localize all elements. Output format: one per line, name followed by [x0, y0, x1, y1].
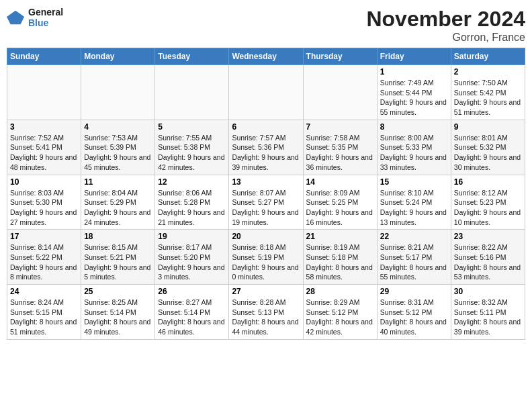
calendar-week-5: 24Sunrise: 8:24 AM Sunset: 5:15 PM Dayli…: [7, 285, 525, 340]
calendar-body: 1Sunrise: 7:49 AM Sunset: 5:44 PM Daylig…: [7, 65, 525, 340]
calendar-cell: 17Sunrise: 8:14 AM Sunset: 5:22 PM Dayli…: [7, 230, 81, 285]
day-number: 18: [84, 232, 152, 241]
day-number: 3: [10, 122, 78, 132]
calendar-week-2: 3Sunrise: 7:52 AM Sunset: 5:41 PM Daylig…: [7, 120, 525, 175]
calendar-cell: 28Sunrise: 8:29 AM Sunset: 5:12 PM Dayli…: [303, 285, 377, 340]
calendar-cell: 16Sunrise: 8:12 AM Sunset: 5:23 PM Dayli…: [451, 175, 525, 230]
calendar-cell: 4Sunrise: 7:53 AM Sunset: 5:39 PM Daylig…: [81, 120, 155, 175]
day-info: Sunrise: 8:14 AM Sunset: 5:22 PM Dayligh…: [10, 242, 78, 282]
day-number: 16: [454, 177, 522, 187]
calendar-cell: 15Sunrise: 8:10 AM Sunset: 5:24 PM Dayli…: [377, 175, 451, 230]
column-header-friday: Friday: [377, 48, 451, 65]
day-number: 30: [454, 287, 522, 296]
day-number: 5: [158, 122, 226, 132]
calendar-cell: 23Sunrise: 8:22 AM Sunset: 5:16 PM Dayli…: [451, 230, 525, 285]
calendar-cell: 5Sunrise: 7:55 AM Sunset: 5:38 PM Daylig…: [155, 120, 229, 175]
month-title: November 2024: [366, 7, 525, 32]
day-number: 6: [232, 122, 300, 132]
column-header-tuesday: Tuesday: [155, 48, 229, 65]
calendar-cell: 19Sunrise: 8:17 AM Sunset: 5:20 PM Dayli…: [155, 230, 229, 285]
day-info: Sunrise: 8:17 AM Sunset: 5:20 PM Dayligh…: [158, 242, 226, 282]
day-info: Sunrise: 8:31 AM Sunset: 5:12 PM Dayligh…: [380, 298, 448, 337]
day-number: 14: [306, 177, 374, 187]
day-info: Sunrise: 8:06 AM Sunset: 5:28 PM Dayligh…: [158, 188, 226, 228]
day-info: Sunrise: 8:04 AM Sunset: 5:29 PM Dayligh…: [84, 188, 152, 228]
column-header-sunday: Sunday: [7, 48, 81, 65]
day-info: Sunrise: 8:01 AM Sunset: 5:32 PM Dayligh…: [454, 133, 522, 173]
calendar-week-3: 10Sunrise: 8:03 AM Sunset: 5:30 PM Dayli…: [7, 175, 525, 230]
day-info: Sunrise: 7:53 AM Sunset: 5:39 PM Dayligh…: [84, 133, 152, 173]
calendar-cell: [81, 65, 155, 120]
day-info: Sunrise: 8:24 AM Sunset: 5:15 PM Dayligh…: [10, 298, 78, 337]
day-info: Sunrise: 8:32 AM Sunset: 5:11 PM Dayligh…: [454, 298, 522, 337]
day-number: 11: [84, 177, 152, 187]
calendar-cell: [229, 65, 303, 120]
day-number: 27: [232, 287, 300, 296]
day-number: 12: [158, 177, 226, 187]
calendar-cell: 2Sunrise: 7:50 AM Sunset: 5:42 PM Daylig…: [451, 65, 525, 120]
day-info: Sunrise: 8:29 AM Sunset: 5:12 PM Dayligh…: [306, 298, 374, 337]
day-info: Sunrise: 7:50 AM Sunset: 5:42 PM Dayligh…: [454, 78, 522, 118]
calendar-cell: 8Sunrise: 8:00 AM Sunset: 5:33 PM Daylig…: [377, 120, 451, 175]
day-info: Sunrise: 7:55 AM Sunset: 5:38 PM Dayligh…: [158, 133, 226, 173]
day-number: 9: [454, 122, 522, 132]
day-info: Sunrise: 8:27 AM Sunset: 5:14 PM Dayligh…: [158, 298, 226, 337]
day-info: Sunrise: 8:03 AM Sunset: 5:30 PM Dayligh…: [10, 188, 78, 228]
day-number: 21: [306, 232, 374, 241]
calendar-cell: 9Sunrise: 8:01 AM Sunset: 5:32 PM Daylig…: [451, 120, 525, 175]
calendar-cell: 30Sunrise: 8:32 AM Sunset: 5:11 PM Dayli…: [451, 285, 525, 340]
calendar-cell: 24Sunrise: 8:24 AM Sunset: 5:15 PM Dayli…: [7, 285, 81, 340]
calendar-table: SundayMondayTuesdayWednesdayThursdayFrid…: [7, 48, 525, 340]
calendar-cell: [155, 65, 229, 120]
column-header-wednesday: Wednesday: [229, 48, 303, 65]
day-info: Sunrise: 8:21 AM Sunset: 5:17 PM Dayligh…: [380, 242, 448, 282]
day-number: 26: [158, 287, 226, 296]
column-header-saturday: Saturday: [451, 48, 525, 65]
day-info: Sunrise: 8:09 AM Sunset: 5:25 PM Dayligh…: [306, 188, 374, 228]
calendar-week-1: 1Sunrise: 7:49 AM Sunset: 5:44 PM Daylig…: [7, 65, 525, 120]
day-info: Sunrise: 8:10 AM Sunset: 5:24 PM Dayligh…: [380, 188, 448, 228]
calendar-cell: 13Sunrise: 8:07 AM Sunset: 5:27 PM Dayli…: [229, 175, 303, 230]
calendar-cell: 10Sunrise: 8:03 AM Sunset: 5:30 PM Dayli…: [7, 175, 81, 230]
calendar-header-row: SundayMondayTuesdayWednesdayThursdayFrid…: [7, 48, 525, 65]
calendar-week-4: 17Sunrise: 8:14 AM Sunset: 5:22 PM Dayli…: [7, 230, 525, 285]
calendar-cell: [7, 65, 81, 120]
calendar-cell: 1Sunrise: 7:49 AM Sunset: 5:44 PM Daylig…: [377, 65, 451, 120]
calendar-cell: 27Sunrise: 8:28 AM Sunset: 5:13 PM Dayli…: [229, 285, 303, 340]
day-info: Sunrise: 8:25 AM Sunset: 5:14 PM Dayligh…: [84, 298, 152, 337]
day-number: 13: [232, 177, 300, 187]
calendar-cell: 7Sunrise: 7:58 AM Sunset: 5:35 PM Daylig…: [303, 120, 377, 175]
calendar-cell: 12Sunrise: 8:06 AM Sunset: 5:28 PM Dayli…: [155, 175, 229, 230]
day-info: Sunrise: 8:15 AM Sunset: 5:21 PM Dayligh…: [84, 242, 152, 282]
calendar-cell: 29Sunrise: 8:31 AM Sunset: 5:12 PM Dayli…: [377, 285, 451, 340]
calendar-cell: 20Sunrise: 8:18 AM Sunset: 5:19 PM Dayli…: [229, 230, 303, 285]
day-info: Sunrise: 8:28 AM Sunset: 5:13 PM Dayligh…: [232, 298, 300, 337]
day-info: Sunrise: 7:58 AM Sunset: 5:35 PM Dayligh…: [306, 133, 374, 173]
calendar-cell: 22Sunrise: 8:21 AM Sunset: 5:17 PM Dayli…: [377, 230, 451, 285]
column-header-thursday: Thursday: [303, 48, 377, 65]
day-number: 25: [84, 287, 152, 296]
day-info: Sunrise: 8:18 AM Sunset: 5:19 PM Dayligh…: [232, 242, 300, 282]
day-number: 19: [158, 232, 226, 241]
day-info: Sunrise: 8:22 AM Sunset: 5:16 PM Dayligh…: [454, 242, 522, 282]
calendar-header: SundayMondayTuesdayWednesdayThursdayFrid…: [7, 48, 525, 65]
calendar-cell: 18Sunrise: 8:15 AM Sunset: 5:21 PM Dayli…: [81, 230, 155, 285]
day-number: 17: [10, 232, 78, 241]
svg-marker-0: [7, 11, 24, 25]
day-number: 28: [306, 287, 374, 296]
logo-text: General Blue: [28, 7, 63, 28]
calendar-cell: [303, 65, 377, 120]
page-header: General Blue November 2024 Gorron, Franc…: [7, 7, 525, 44]
day-number: 2: [454, 67, 522, 77]
day-number: 10: [10, 177, 78, 187]
day-info: Sunrise: 8:07 AM Sunset: 5:27 PM Dayligh…: [232, 188, 300, 228]
day-number: 23: [454, 232, 522, 241]
calendar-cell: 21Sunrise: 8:19 AM Sunset: 5:18 PM Dayli…: [303, 230, 377, 285]
day-info: Sunrise: 8:19 AM Sunset: 5:18 PM Dayligh…: [306, 242, 374, 282]
location: Gorron, France: [366, 32, 525, 44]
day-info: Sunrise: 7:49 AM Sunset: 5:44 PM Dayligh…: [380, 78, 448, 118]
logo-icon: [7, 8, 26, 27]
day-number: 29: [380, 287, 448, 296]
day-number: 15: [380, 177, 448, 187]
calendar-cell: 6Sunrise: 7:57 AM Sunset: 5:36 PM Daylig…: [229, 120, 303, 175]
